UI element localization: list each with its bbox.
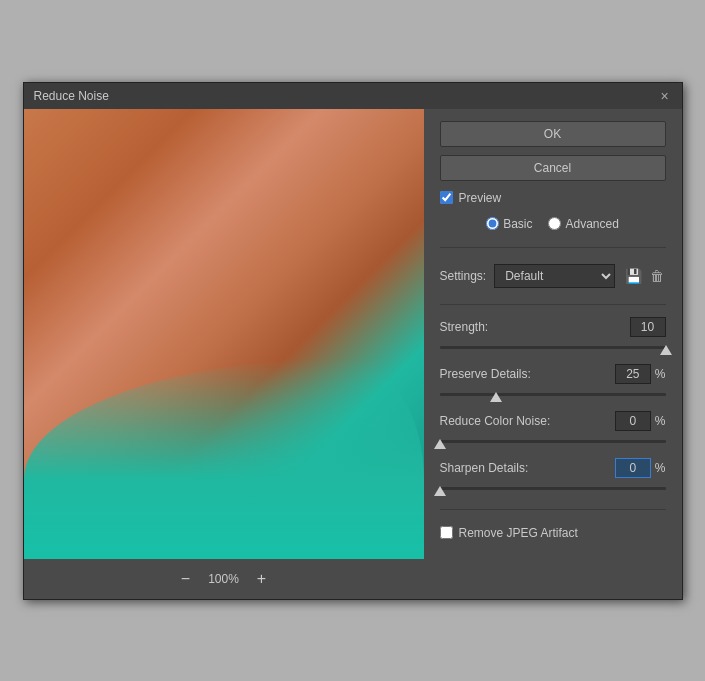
strength-slider-thumb[interactable] bbox=[660, 345, 672, 355]
preserve-details-row: Preserve Details: % bbox=[440, 364, 666, 403]
settings-label: Settings: bbox=[440, 269, 487, 283]
sharpen-details-input[interactable] bbox=[615, 458, 651, 478]
preview-image bbox=[24, 109, 424, 559]
save-settings-button[interactable]: 💾 bbox=[623, 266, 644, 286]
sharpen-details-label-row: Sharpen Details: % bbox=[440, 458, 666, 478]
zoom-out-button[interactable]: − bbox=[175, 568, 196, 590]
preserve-details-label: Preserve Details: bbox=[440, 367, 531, 381]
reduce-color-noise-input[interactable] bbox=[615, 411, 651, 431]
close-button[interactable]: × bbox=[658, 89, 672, 103]
sharpen-details-label: Sharpen Details: bbox=[440, 461, 529, 475]
basic-radio-label[interactable]: Basic bbox=[486, 217, 532, 231]
reduce-color-noise-slider-container[interactable] bbox=[440, 434, 666, 450]
preserve-details-unit: % bbox=[655, 367, 666, 381]
divider-2 bbox=[440, 304, 666, 305]
strength-label: Strength: bbox=[440, 320, 489, 334]
reduce-color-noise-slider-thumb[interactable] bbox=[434, 439, 446, 449]
basic-radio[interactable] bbox=[486, 217, 499, 230]
basic-label: Basic bbox=[503, 217, 532, 231]
preserve-details-slider-container[interactable] bbox=[440, 387, 666, 403]
preview-checkbox[interactable] bbox=[440, 191, 453, 204]
strength-value-group bbox=[630, 317, 666, 337]
reduce-color-noise-label: Reduce Color Noise: bbox=[440, 414, 551, 428]
sharpen-details-unit: % bbox=[655, 461, 666, 475]
delete-settings-button[interactable]: 🗑 bbox=[648, 266, 666, 286]
sharpen-details-row: Sharpen Details: % bbox=[440, 458, 666, 497]
preserve-details-label-row: Preserve Details: % bbox=[440, 364, 666, 384]
settings-row: Settings: Default Custom 💾 🗑 bbox=[440, 264, 666, 288]
preview-label[interactable]: Preview bbox=[459, 191, 502, 205]
reduce-color-noise-row: Reduce Color Noise: % bbox=[440, 411, 666, 450]
advanced-radio-label[interactable]: Advanced bbox=[548, 217, 618, 231]
advanced-radio[interactable] bbox=[548, 217, 561, 230]
dialog-body: − 100% + OK Cancel Preview Basic bbox=[24, 109, 682, 599]
strength-slider-track bbox=[440, 346, 666, 349]
ok-button[interactable]: OK bbox=[440, 121, 666, 147]
strength-row: Strength: bbox=[440, 317, 666, 356]
settings-icons: 💾 🗑 bbox=[623, 266, 666, 286]
preserve-details-value-group: % bbox=[615, 364, 666, 384]
jpeg-checkbox[interactable] bbox=[440, 526, 453, 539]
zoom-in-button[interactable]: + bbox=[251, 568, 272, 590]
reduce-color-noise-slider-track bbox=[440, 440, 666, 443]
advanced-label: Advanced bbox=[565, 217, 618, 231]
zoom-level: 100% bbox=[208, 572, 239, 586]
sharpen-details-slider-container[interactable] bbox=[440, 481, 666, 497]
preview-controls: − 100% + bbox=[24, 559, 424, 599]
slider-section: Strength: Preserve Details: bbox=[440, 317, 666, 497]
controls-panel: OK Cancel Preview Basic Advanced bbox=[424, 109, 682, 599]
sharpen-details-slider-thumb[interactable] bbox=[434, 486, 446, 496]
dialog-title: Reduce Noise bbox=[34, 89, 109, 103]
settings-select[interactable]: Default Custom bbox=[494, 264, 614, 288]
strength-label-row: Strength: bbox=[440, 317, 666, 337]
divider-1 bbox=[440, 247, 666, 248]
preserve-details-slider-track bbox=[440, 393, 666, 396]
reduce-color-noise-value-group: % bbox=[615, 411, 666, 431]
reduce-noise-dialog: Reduce Noise × − 100% + OK Cancel Previe… bbox=[23, 82, 683, 600]
preview-row: Preview bbox=[440, 191, 666, 205]
preview-area: − 100% + bbox=[24, 109, 424, 599]
strength-input[interactable] bbox=[630, 317, 666, 337]
title-bar: Reduce Noise × bbox=[24, 83, 682, 109]
sharpen-details-slider-track bbox=[440, 487, 666, 490]
sharpen-details-value-group: % bbox=[615, 458, 666, 478]
preserve-details-input[interactable] bbox=[615, 364, 651, 384]
preserve-details-slider-thumb[interactable] bbox=[490, 392, 502, 402]
mode-radio-group: Basic Advanced bbox=[440, 217, 666, 231]
strength-slider-container[interactable] bbox=[440, 340, 666, 356]
jpeg-row: Remove JPEG Artifact bbox=[440, 526, 666, 540]
reduce-color-noise-unit: % bbox=[655, 414, 666, 428]
cancel-button[interactable]: Cancel bbox=[440, 155, 666, 181]
divider-3 bbox=[440, 509, 666, 510]
jpeg-label[interactable]: Remove JPEG Artifact bbox=[459, 526, 578, 540]
reduce-color-noise-label-row: Reduce Color Noise: % bbox=[440, 411, 666, 431]
